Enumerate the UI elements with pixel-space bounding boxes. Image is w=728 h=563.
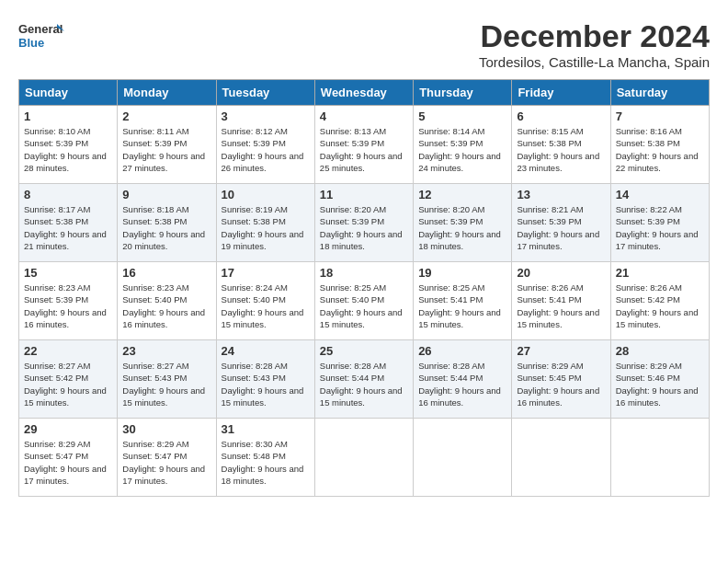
day-info: Sunrise: 8:22 AMSunset: 5:39 PMDaylight:… — [616, 203, 704, 252]
calendar-cell: 9 Sunrise: 8:18 AMSunset: 5:38 PMDayligh… — [118, 184, 216, 262]
calendar-cell: 26 Sunrise: 8:28 AMSunset: 5:44 PMDaylig… — [414, 340, 512, 419]
day-number: 25 — [320, 344, 408, 358]
day-number: 19 — [418, 266, 506, 280]
day-number: 16 — [122, 266, 210, 280]
day-info: Sunrise: 8:28 AMSunset: 5:43 PMDaylight:… — [222, 360, 310, 408]
day-number: 6 — [517, 109, 605, 123]
day-info: Sunrise: 8:12 AMSunset: 5:39 PMDaylight:… — [222, 125, 310, 174]
day-info: Sunrise: 8:29 AMSunset: 5:47 PMDaylight:… — [24, 438, 112, 487]
day-number: 10 — [222, 188, 310, 201]
calendar-cell: 25 Sunrise: 8:28 AMSunset: 5:44 PMDaylig… — [314, 340, 413, 419]
title-block: December 2024 Tordesilos, Castille-La Ma… — [479, 18, 710, 70]
calendar-cell: 1 Sunrise: 8:10 AMSunset: 5:39 PMDayligh… — [19, 106, 118, 184]
day-number: 8 — [24, 188, 112, 201]
day-number: 27 — [517, 344, 605, 358]
day-number: 13 — [517, 188, 605, 201]
calendar-cell: 19 Sunrise: 8:25 AMSunset: 5:41 PMDaylig… — [414, 262, 512, 340]
day-info: Sunrise: 8:17 AMSunset: 5:38 PMDaylight:… — [24, 203, 112, 252]
day-info: Sunrise: 8:25 AMSunset: 5:40 PMDaylight:… — [320, 282, 408, 330]
calendar-cell: 22 Sunrise: 8:27 AMSunset: 5:42 PMDaylig… — [19, 340, 118, 419]
calendar-table: SundayMondayTuesdayWednesdayThursdayFrid… — [18, 79, 710, 497]
day-number: 26 — [418, 344, 506, 358]
calendar-cell: 8 Sunrise: 8:17 AMSunset: 5:38 PMDayligh… — [19, 184, 118, 262]
day-info: Sunrise: 8:26 AMSunset: 5:42 PMDaylight:… — [616, 282, 704, 330]
calendar-cell: 14 Sunrise: 8:22 AMSunset: 5:39 PMDaylig… — [610, 184, 709, 262]
calendar-cell — [314, 419, 413, 497]
day-info: Sunrise: 8:11 AMSunset: 5:39 PMDaylight:… — [122, 125, 210, 174]
calendar-cell: 24 Sunrise: 8:28 AMSunset: 5:43 PMDaylig… — [216, 340, 314, 419]
calendar-cell: 2 Sunrise: 8:11 AMSunset: 5:39 PMDayligh… — [118, 106, 216, 184]
day-number: 11 — [320, 188, 408, 201]
calendar-cell: 10 Sunrise: 8:19 AMSunset: 5:38 PMDaylig… — [216, 184, 314, 262]
month-title: December 2024 — [479, 18, 710, 54]
calendar-cell — [414, 419, 512, 497]
weekday-header-saturday: Saturday — [610, 80, 709, 106]
day-info: Sunrise: 8:29 AMSunset: 5:45 PMDaylight:… — [517, 360, 605, 408]
day-info: Sunrise: 8:26 AMSunset: 5:41 PMDaylight:… — [517, 282, 605, 330]
day-info: Sunrise: 8:15 AMSunset: 5:38 PMDaylight:… — [517, 125, 605, 174]
day-number: 17 — [222, 266, 310, 280]
day-info: Sunrise: 8:27 AMSunset: 5:43 PMDaylight:… — [122, 360, 210, 408]
day-info: Sunrise: 8:13 AMSunset: 5:39 PMDaylight:… — [320, 125, 408, 174]
calendar-cell: 5 Sunrise: 8:14 AMSunset: 5:39 PMDayligh… — [414, 106, 512, 184]
day-number: 29 — [24, 422, 112, 436]
day-info: Sunrise: 8:19 AMSunset: 5:38 PMDaylight:… — [222, 203, 310, 252]
header: General Blue December 2024 Tordesilos, C… — [18, 18, 710, 70]
day-number: 2 — [122, 109, 210, 123]
day-info: Sunrise: 8:28 AMSunset: 5:44 PMDaylight:… — [418, 360, 506, 408]
svg-text:Blue: Blue — [18, 36, 44, 50]
day-info: Sunrise: 8:25 AMSunset: 5:41 PMDaylight:… — [418, 282, 506, 330]
day-info: Sunrise: 8:18 AMSunset: 5:38 PMDaylight:… — [122, 203, 210, 252]
day-info: Sunrise: 8:23 AMSunset: 5:40 PMDaylight:… — [122, 282, 210, 330]
day-info: Sunrise: 8:23 AMSunset: 5:39 PMDaylight:… — [24, 282, 112, 330]
calendar-cell: 17 Sunrise: 8:24 AMSunset: 5:40 PMDaylig… — [216, 262, 314, 340]
calendar-cell: 31 Sunrise: 8:30 AMSunset: 5:48 PMDaylig… — [216, 419, 314, 497]
day-info: Sunrise: 8:29 AMSunset: 5:47 PMDaylight:… — [122, 438, 210, 487]
calendar-cell: 29 Sunrise: 8:29 AMSunset: 5:47 PMDaylig… — [19, 419, 118, 497]
day-number: 12 — [418, 188, 506, 201]
calendar-cell: 18 Sunrise: 8:25 AMSunset: 5:40 PMDaylig… — [314, 262, 413, 340]
weekday-header-thursday: Thursday — [414, 80, 512, 106]
day-info: Sunrise: 8:20 AMSunset: 5:39 PMDaylight:… — [320, 203, 408, 252]
calendar-cell: 12 Sunrise: 8:20 AMSunset: 5:39 PMDaylig… — [414, 184, 512, 262]
calendar-cell: 3 Sunrise: 8:12 AMSunset: 5:39 PMDayligh… — [216, 106, 314, 184]
day-number: 4 — [320, 109, 408, 123]
day-info: Sunrise: 8:29 AMSunset: 5:46 PMDaylight:… — [616, 360, 704, 408]
weekday-header-wednesday: Wednesday — [314, 80, 413, 106]
svg-text:General: General — [18, 22, 63, 36]
weekday-header-monday: Monday — [118, 80, 216, 106]
day-info: Sunrise: 8:20 AMSunset: 5:39 PMDaylight:… — [418, 203, 506, 252]
day-number: 5 — [418, 109, 506, 123]
calendar-cell: 4 Sunrise: 8:13 AMSunset: 5:39 PMDayligh… — [314, 106, 413, 184]
calendar-cell: 16 Sunrise: 8:23 AMSunset: 5:40 PMDaylig… — [118, 262, 216, 340]
calendar-cell — [512, 419, 610, 497]
calendar-cell: 13 Sunrise: 8:21 AMSunset: 5:39 PMDaylig… — [512, 184, 610, 262]
calendar-cell: 6 Sunrise: 8:15 AMSunset: 5:38 PMDayligh… — [512, 106, 610, 184]
day-info: Sunrise: 8:14 AMSunset: 5:39 PMDaylight:… — [418, 125, 506, 174]
day-info: Sunrise: 8:30 AMSunset: 5:48 PMDaylight:… — [222, 438, 310, 487]
day-number: 3 — [222, 109, 310, 123]
logo: General Blue — [18, 18, 64, 55]
day-info: Sunrise: 8:10 AMSunset: 5:39 PMDaylight:… — [24, 125, 112, 174]
day-number: 23 — [122, 344, 210, 358]
weekday-header-sunday: Sunday — [19, 80, 118, 106]
day-info: Sunrise: 8:21 AMSunset: 5:39 PMDaylight:… — [517, 203, 605, 252]
day-number: 15 — [24, 266, 112, 280]
day-info: Sunrise: 8:27 AMSunset: 5:42 PMDaylight:… — [24, 360, 112, 408]
day-number: 28 — [616, 344, 704, 358]
day-number: 1 — [24, 109, 112, 123]
calendar-cell — [610, 419, 709, 497]
weekday-header-friday: Friday — [512, 80, 610, 106]
day-number: 18 — [320, 266, 408, 280]
calendar-cell: 15 Sunrise: 8:23 AMSunset: 5:39 PMDaylig… — [19, 262, 118, 340]
day-number: 30 — [122, 422, 210, 436]
day-number: 21 — [616, 266, 704, 280]
day-info: Sunrise: 8:24 AMSunset: 5:40 PMDaylight:… — [222, 282, 310, 330]
day-number: 9 — [122, 188, 210, 201]
day-info: Sunrise: 8:16 AMSunset: 5:38 PMDaylight:… — [616, 125, 704, 174]
weekday-header-tuesday: Tuesday — [216, 80, 314, 106]
day-number: 20 — [517, 266, 605, 280]
day-number: 7 — [616, 109, 704, 123]
day-number: 22 — [24, 344, 112, 358]
calendar-cell: 21 Sunrise: 8:26 AMSunset: 5:42 PMDaylig… — [610, 262, 709, 340]
